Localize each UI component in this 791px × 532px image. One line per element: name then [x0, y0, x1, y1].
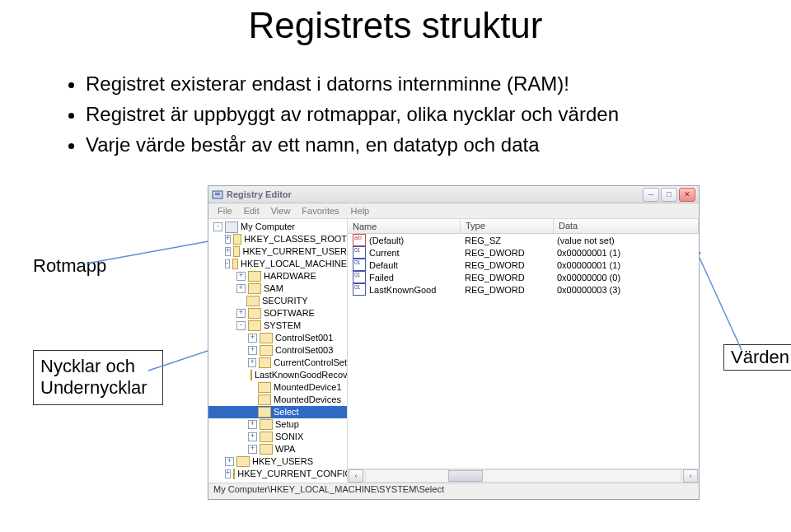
- tree-node[interactable]: +Setup: [208, 418, 347, 431]
- expand-icon[interactable]: +: [225, 457, 234, 466]
- value-data: 0x00000003 (3): [552, 285, 699, 295]
- tree-node[interactable]: -SYSTEM: [208, 320, 347, 332]
- folder-icon: [246, 296, 260, 306]
- expand-icon[interactable]: +: [236, 309, 246, 318]
- close-button[interactable]: ✕: [679, 188, 695, 202]
- tree-node[interactable]: Select: [208, 406, 347, 418]
- scroll-left-button[interactable]: ‹: [349, 469, 363, 483]
- expand-icon[interactable]: +: [248, 432, 257, 441]
- tree-node[interactable]: MountedDevices: [208, 394, 347, 406]
- list-row[interactable]: DefaultREG_DWORD0x00000001 (1): [348, 259, 699, 271]
- expand-icon[interactable]: +: [248, 346, 257, 355]
- menu-edit[interactable]: Edit: [238, 204, 265, 217]
- registry-tree[interactable]: -My Computer+HKEY_CLASSES_ROOT+HKEY_CURR…: [208, 219, 348, 483]
- folder-icon: [233, 469, 235, 479]
- expand-icon[interactable]: +: [225, 247, 231, 256]
- expand-icon[interactable]: +: [248, 445, 257, 454]
- list-rows[interactable]: (Default)REG_SZ(value not set)CurrentREG…: [348, 234, 699, 469]
- scroll-track[interactable]: [365, 469, 681, 483]
- menu-view[interactable]: View: [265, 204, 297, 217]
- slide-title: Registrets struktur: [0, 5, 791, 46]
- folder-icon: [258, 382, 271, 393]
- collapse-icon[interactable]: -: [236, 321, 246, 330]
- tree-node[interactable]: +HKEY_USERS: [208, 455, 347, 468]
- tree-node[interactable]: MountedDevice1: [208, 381, 347, 394]
- computer-icon: [225, 222, 238, 233]
- tree-node[interactable]: +HARDWARE: [208, 270, 347, 282]
- minimize-button[interactable]: ─: [643, 188, 659, 202]
- folder-icon: [259, 357, 271, 368]
- label-varden: Värden: [723, 344, 791, 371]
- tree-node[interactable]: +WPA: [208, 443, 347, 455]
- maximize-button[interactable]: □: [661, 188, 677, 202]
- bullet: Registret är uppbyggt av rotmappar, olik…: [86, 101, 791, 127]
- tree-node-label: HKEY_CLASSES_ROOT: [244, 233, 347, 245]
- list-row[interactable]: LastKnownGoodREG_DWORD0x00000003 (3): [348, 283, 699, 296]
- tree-node[interactable]: +HKEY_CURRENT_USER: [208, 245, 347, 258]
- tree-node-label: HKEY_CURRENT_CONFIG: [237, 468, 348, 480]
- folder-icon: [260, 333, 273, 343]
- col-header-data[interactable]: Data: [554, 219, 699, 233]
- string-value-icon: [353, 234, 366, 246]
- svg-line-2: [695, 247, 742, 350]
- tree-node-label: My Computer: [241, 221, 295, 233]
- svg-rect-5: [215, 194, 220, 195]
- horizontal-scrollbar[interactable]: ‹ ›: [348, 469, 699, 483]
- value-name: Current: [369, 248, 400, 258]
- tree-node-label: SAM: [264, 282, 283, 295]
- tree-node[interactable]: +ControlSet003: [208, 344, 347, 357]
- tree-node[interactable]: +HKEY_CLASSES_ROOT: [208, 233, 347, 245]
- collapse-icon[interactable]: -: [213, 222, 222, 231]
- list-header[interactable]: Name Type Data: [348, 219, 699, 234]
- value-type: REG_DWORD: [460, 260, 552, 270]
- expand-placeholder: [236, 297, 244, 305]
- tree-node-label: HKEY_CURRENT_USER: [242, 245, 347, 258]
- menu-help[interactable]: Help: [345, 204, 376, 217]
- bullet: Varje värde består av ett namn, en datat…: [86, 132, 791, 157]
- scroll-right-button[interactable]: ›: [683, 469, 698, 483]
- scroll-thumb[interactable]: [448, 470, 483, 482]
- expand-icon[interactable]: +: [248, 420, 257, 429]
- tree-node[interactable]: -My Computer: [208, 221, 347, 233]
- tree-node-label: SOFTWARE: [264, 307, 315, 320]
- tree-node[interactable]: +SOFTWARE: [208, 307, 347, 320]
- label-rotmapp: Rotmapp: [33, 255, 106, 277]
- col-header-type[interactable]: Type: [461, 219, 554, 233]
- col-header-name[interactable]: Name: [348, 219, 461, 233]
- tree-node[interactable]: +SONIX: [208, 431, 347, 443]
- window-title: Registry Editor: [227, 189, 643, 199]
- label-nycklar: Nycklar och Undernycklar: [33, 350, 163, 405]
- expand-icon[interactable]: +: [248, 334, 257, 343]
- list-row[interactable]: FailedREG_DWORD0x00000000 (0): [348, 271, 699, 283]
- tree-node[interactable]: LastKnownGoodRecovery: [208, 369, 347, 381]
- expand-icon[interactable]: +: [236, 272, 246, 281]
- list-row[interactable]: CurrentREG_DWORD0x00000001 (1): [348, 246, 699, 259]
- tree-node[interactable]: -HKEY_LOCAL_MACHINE: [208, 258, 347, 270]
- menu-favorites[interactable]: Favorites: [296, 204, 344, 217]
- value-data: 0x00000000 (0): [552, 273, 699, 282]
- tree-node[interactable]: SECURITY: [208, 295, 347, 307]
- menubar: File Edit View Favorites Help: [208, 203, 699, 219]
- expand-icon[interactable]: +: [248, 358, 256, 367]
- titlebar[interactable]: Registry Editor ─ □ ✕: [208, 186, 699, 203]
- tree-node[interactable]: +HKEY_CURRENT_CONFIG: [208, 468, 347, 480]
- tree-node-label: Select: [274, 406, 299, 418]
- collapse-icon[interactable]: -: [225, 259, 230, 268]
- expand-placeholder: [248, 408, 255, 416]
- binary-value-icon: [353, 283, 366, 296]
- folder-icon: [258, 407, 271, 418]
- menu-file[interactable]: File: [212, 204, 238, 217]
- value-type: REG_DWORD: [460, 248, 552, 258]
- svg-line-0: [87, 239, 222, 264]
- tree-node[interactable]: +ControlSet001: [208, 332, 347, 344]
- list-row[interactable]: (Default)REG_SZ(value not set): [348, 234, 699, 246]
- folder-icon: [233, 246, 240, 257]
- expand-icon[interactable]: +: [236, 284, 246, 293]
- value-name: Default: [369, 260, 398, 270]
- value-data: 0x00000001 (1): [552, 248, 699, 258]
- expand-icon[interactable]: +: [225, 235, 231, 244]
- expand-icon[interactable]: +: [225, 469, 231, 478]
- folder-icon: [248, 283, 261, 294]
- tree-node[interactable]: +SAM: [208, 282, 347, 295]
- tree-node[interactable]: +CurrentControlSet: [208, 357, 347, 369]
